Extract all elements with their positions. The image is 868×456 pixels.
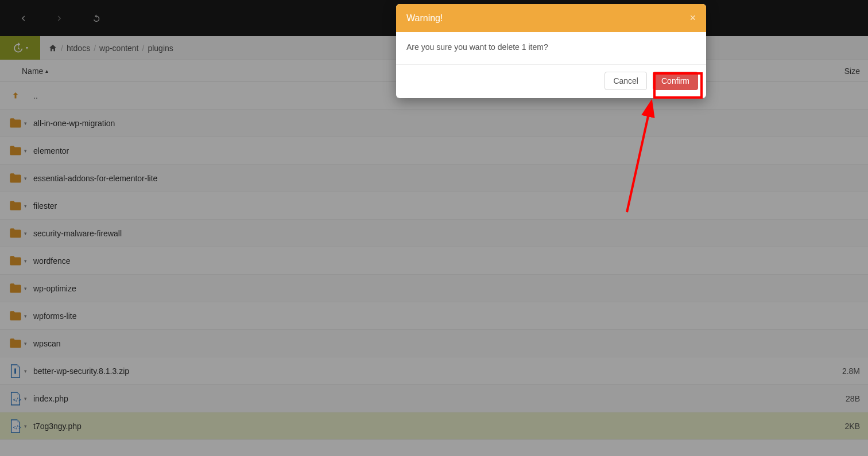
file-row[interactable]: ▾better-wp-security.8.1.3.zip2.8M (0, 357, 868, 385)
row-menu-caret[interactable]: ▾ (24, 368, 32, 374)
folder-icon (7, 281, 24, 296)
row-menu-caret[interactable]: ▾ (24, 396, 32, 402)
history-icon (12, 42, 24, 54)
back-button[interactable] (16, 11, 30, 25)
file-row[interactable]: </>▾index.php28B (0, 385, 868, 412)
folder-row[interactable]: ▾wp-optimize (0, 275, 868, 302)
chevron-left-icon (18, 13, 28, 24)
row-menu-caret[interactable]: ▾ (24, 423, 32, 429)
row-menu-caret[interactable]: ▾ (24, 258, 32, 264)
row-menu-caret[interactable]: ▾ (24, 341, 32, 346)
dialog-footer: Cancel Confirm (396, 64, 706, 98)
file-name[interactable]: elementor (32, 146, 826, 155)
file-name[interactable]: wpscan (32, 339, 826, 348)
dialog-body: Are you sure you want to delete 1 item? (396, 32, 706, 64)
warning-dialog: Warning! × Are you sure you want to dele… (396, 4, 706, 98)
folder-icon (7, 226, 24, 241)
breadcrumb-item[interactable]: plugins (148, 44, 173, 53)
folder-row[interactable]: ▾security-malware-firewall (0, 220, 868, 247)
breadcrumb-sep: / (142, 44, 145, 53)
file-size: 2KB (826, 422, 860, 431)
file-row[interactable]: </>▾t7og3ngy.php2KB (0, 412, 868, 440)
refresh-button[interactable] (90, 11, 103, 25)
file-name[interactable]: filester (32, 201, 826, 211)
file-name[interactable]: wordfence (32, 256, 826, 266)
file-name[interactable]: all-in-one-wp-migration (32, 119, 826, 128)
folder-row[interactable]: ▾elementor (0, 137, 868, 165)
folder-row[interactable]: ▾wpforms-lite (0, 302, 868, 330)
dialog-title: Warning! (406, 13, 443, 24)
confirm-button[interactable]: Confirm (653, 72, 698, 90)
folder-row[interactable]: ▾wpscan (0, 330, 868, 357)
sort-asc-icon: ▴ (45, 68, 48, 74)
refresh-icon (91, 13, 102, 24)
row-menu-caret[interactable]: ▾ (24, 286, 32, 291)
file-name[interactable]: better-wp-security.8.1.3.zip (32, 367, 826, 376)
code-file-icon: </> (7, 391, 24, 406)
home-icon[interactable] (48, 44, 57, 53)
file-name[interactable]: wp-optimize (32, 284, 826, 293)
svg-text:</>: </> (13, 424, 21, 430)
file-size: 28B (826, 394, 860, 403)
svg-rect-0 (14, 368, 16, 373)
archive-icon (7, 364, 24, 379)
column-name-label: Name (22, 67, 43, 76)
folder-icon (7, 254, 24, 268)
up-level-icon (7, 89, 24, 102)
file-size: 2.8M (826, 367, 860, 376)
row-menu-caret[interactable]: ▾ (24, 120, 32, 126)
cancel-button[interactable]: Cancel (604, 72, 647, 90)
folder-icon (7, 143, 24, 158)
file-table-body: .. ▾all-in-one-wp-migration▾elementor▾es… (0, 82, 868, 440)
close-icon[interactable]: × (689, 12, 696, 24)
svg-text:</>: </> (13, 397, 21, 403)
folder-row[interactable]: ▾essential-addons-for-elementor-lite (0, 165, 868, 192)
folder-icon (7, 336, 24, 351)
folder-row[interactable]: ▾wordfence (0, 247, 868, 275)
row-menu-caret[interactable]: ▾ (24, 231, 32, 236)
file-name[interactable]: index.php (32, 394, 826, 403)
row-menu-caret[interactable]: ▾ (24, 176, 32, 181)
breadcrumb-item[interactable]: wp-content (99, 44, 138, 53)
chevron-right-icon (55, 13, 65, 24)
breadcrumb-sep: / (94, 44, 96, 53)
row-menu-caret[interactable]: ▾ (24, 313, 32, 319)
folder-icon (7, 171, 24, 186)
forward-button[interactable] (53, 11, 67, 25)
history-button[interactable]: ▾ (0, 36, 40, 60)
column-size[interactable]: Size (826, 67, 860, 76)
caret-down-icon: ▾ (26, 45, 28, 50)
breadcrumb-item[interactable]: htdocs (67, 44, 90, 53)
breadcrumb-sep: / (61, 44, 63, 53)
file-name[interactable]: essential-addons-for-elementor-lite (32, 174, 826, 183)
folder-icon (7, 198, 24, 213)
file-name[interactable]: security-malware-firewall (32, 229, 826, 238)
folder-row[interactable]: ▾filester (0, 192, 868, 220)
folder-icon (7, 309, 24, 324)
folder-row[interactable]: ▾all-in-one-wp-migration (0, 110, 868, 137)
folder-icon (7, 116, 24, 131)
row-menu-caret[interactable]: ▾ (24, 148, 32, 154)
row-menu-caret[interactable]: ▾ (24, 203, 32, 209)
dialog-header: Warning! × (396, 4, 706, 32)
code-file-icon: </> (7, 419, 24, 434)
file-name[interactable]: t7og3ngy.php (32, 422, 826, 431)
file-name[interactable]: wpforms-lite (32, 311, 826, 321)
